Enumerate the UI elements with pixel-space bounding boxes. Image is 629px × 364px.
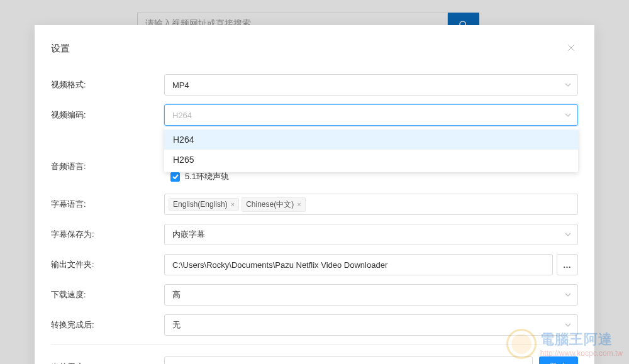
chevron-down-icon: [565, 323, 571, 327]
tag-label: English(English): [173, 200, 228, 209]
tag-remove-english[interactable]: ×: [231, 201, 235, 208]
divider: [51, 345, 578, 345]
tag-remove-chinese[interactable]: ×: [297, 201, 301, 208]
label-audio-language: 音频语言:: [51, 156, 164, 172]
row-output-folder: 输出文件夹: …: [51, 254, 578, 275]
select-download-speed[interactable]: 高: [164, 284, 578, 306]
select-subtitle-language[interactable]: English(English) × Chinese(中文) ×: [164, 194, 578, 215]
chevron-down-icon: [565, 233, 571, 236]
close-icon: [567, 43, 576, 52]
label-current-user: 当前用户:: [51, 356, 164, 364]
modal-overlay: 设置 视频格式: MP4 视频编码: H264 H: [0, 0, 629, 364]
tag-label: Chinese(中文): [246, 199, 294, 210]
label-video-format: 视频格式:: [51, 74, 164, 91]
settings-modal: 设置 视频格式: MP4 视频编码: H264 H: [35, 25, 594, 364]
input-output-folder[interactable]: [164, 254, 553, 275]
select-subtitle-save-as-value: 内嵌字幕: [172, 229, 205, 240]
chevron-down-icon: [565, 113, 571, 117]
select-after-convert-value: 无: [172, 319, 181, 331]
row-subtitle-save-as: 字幕保存为: 内嵌字幕: [51, 224, 578, 245]
select-video-codec-value: H264: [172, 111, 192, 120]
select-subtitle-save-as[interactable]: 内嵌字幕: [164, 224, 578, 245]
select-video-format-value: MP4: [172, 80, 189, 90]
label-output-folder: 输出文件夹:: [51, 254, 164, 270]
checkbox-surround[interactable]: [170, 172, 180, 182]
codec-option-h265[interactable]: H265: [164, 150, 578, 170]
watermark-logo-icon: [506, 329, 537, 359]
input-current-user[interactable]: [164, 356, 533, 364]
row-current-user: 当前用户: 登 出: [51, 356, 578, 364]
codec-option-h264[interactable]: H264: [164, 130, 578, 150]
subtitle-tag-chinese: Chinese(中文) ×: [242, 197, 305, 212]
row-download-speed: 下载速度: 高: [51, 284, 578, 306]
close-button[interactable]: [564, 40, 578, 57]
label-video-codec: 视频编码:: [51, 104, 164, 121]
label-subtitle-save-as: 字幕保存为:: [51, 224, 164, 240]
modal-title: 设置: [51, 43, 70, 55]
watermark-title: 電腦王阿達: [540, 330, 623, 349]
label-after-convert: 转换完成后:: [51, 314, 164, 331]
chevron-down-icon: [565, 83, 571, 87]
row-video-format: 视频格式: MP4: [51, 74, 578, 96]
checkbox-label-surround: 5.1环绕声轨: [185, 171, 229, 182]
select-download-speed-value: 高: [172, 289, 181, 301]
select-video-codec[interactable]: H264: [164, 104, 578, 126]
browse-folder-button[interactable]: …: [557, 254, 578, 275]
watermark-url: http://www.kocpc.com.tw: [540, 349, 623, 358]
codec-dropdown: H264 H265: [164, 127, 578, 172]
row-after-convert: 转换完成后: 无: [51, 314, 578, 336]
label-download-speed: 下载速度:: [51, 284, 164, 301]
watermark: 電腦王阿達 http://www.kocpc.com.tw: [506, 329, 623, 359]
select-video-format[interactable]: MP4: [164, 74, 578, 96]
label-subtitle-language: 字幕语言:: [51, 194, 164, 210]
row-subtitle-language: 字幕语言: English(English) × Chinese(中文) ×: [51, 194, 578, 215]
modal-header: 设置: [51, 40, 578, 57]
subtitle-tag-english: English(English) ×: [169, 198, 239, 211]
chevron-down-icon: [565, 293, 571, 297]
checkbox-row-surround[interactable]: 5.1环绕声轨: [170, 171, 578, 182]
row-video-codec: 视频编码: H264 H264 H265: [51, 104, 578, 126]
